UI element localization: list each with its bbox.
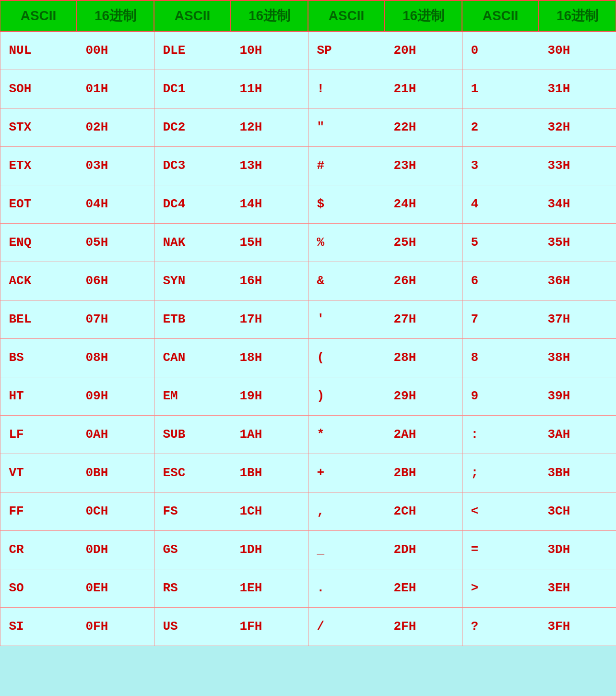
table-cell-r1-c1: 01H bbox=[77, 70, 154, 108]
table-cell-r3-c6: 3 bbox=[462, 146, 539, 185]
table-cell-r2-c5: 22H bbox=[385, 108, 462, 146]
table-cell-r2-c4: ″ bbox=[308, 108, 385, 146]
table-cell-r5-c3: 15H bbox=[231, 223, 308, 262]
table-cell-r8-c7: 38H bbox=[539, 338, 616, 377]
table-cell-r5-c1: 05H bbox=[77, 223, 154, 262]
table-cell-r9-c7: 39H bbox=[539, 377, 616, 415]
table-cell-r15-c4: / bbox=[308, 607, 385, 646]
column-header-6: ASCII bbox=[462, 0, 539, 31]
table-row: BS08HCAN18H(28H838H bbox=[0, 338, 616, 377]
table-cell-r15-c7: 3FH bbox=[539, 607, 616, 646]
table-cell-r0-c4: SP bbox=[308, 31, 385, 70]
table-row: NUL00HDLE10HSP20H030H bbox=[0, 31, 616, 70]
table-row: SOH01HDC111H!21H131H bbox=[0, 70, 616, 108]
table-cell-r0-c5: 20H bbox=[385, 31, 462, 70]
table-cell-r2-c2: DC2 bbox=[154, 108, 231, 146]
table-cell-r6-c5: 26H bbox=[385, 262, 462, 300]
table-cell-r9-c6: 9 bbox=[462, 377, 539, 415]
table-cell-r8-c6: 8 bbox=[462, 338, 539, 377]
table-cell-r8-c1: 08H bbox=[77, 338, 154, 377]
table-cell-r7-c0: BEL bbox=[0, 300, 77, 338]
table-cell-r14-c5: 2EH bbox=[385, 569, 462, 607]
table-cell-r5-c6: 5 bbox=[462, 223, 539, 262]
table-cell-r12-c1: 0CH bbox=[77, 492, 154, 530]
table-cell-r8-c3: 18H bbox=[231, 338, 308, 377]
table-cell-r13-c5: 2DH bbox=[385, 530, 462, 569]
header-row: ASCII16进制ASCII16进制ASCII16进制ASCII16进制 bbox=[0, 0, 616, 31]
table-cell-r1-c0: SOH bbox=[0, 70, 77, 108]
table-cell-r10-c1: 0AH bbox=[77, 415, 154, 454]
table-cell-r9-c2: EM bbox=[154, 377, 231, 415]
table-cell-r4-c3: 14H bbox=[231, 185, 308, 223]
table-cell-r13-c6: = bbox=[462, 530, 539, 569]
table-cell-r7-c6: 7 bbox=[462, 300, 539, 338]
table-cell-r13-c3: 1DH bbox=[231, 530, 308, 569]
column-header-3: 16进制 bbox=[231, 0, 308, 31]
table-cell-r4-c2: DC4 bbox=[154, 185, 231, 223]
table-cell-r5-c5: 25H bbox=[385, 223, 462, 262]
table-cell-r3-c2: DC3 bbox=[154, 146, 231, 185]
table-cell-r6-c7: 36H bbox=[539, 262, 616, 300]
table-cell-r1-c6: 1 bbox=[462, 70, 539, 108]
table-cell-r5-c0: ENQ bbox=[0, 223, 77, 262]
table-cell-r14-c6: > bbox=[462, 569, 539, 607]
table-cell-r14-c3: 1EH bbox=[231, 569, 308, 607]
table-cell-r15-c6: ? bbox=[462, 607, 539, 646]
table-cell-r2-c7: 32H bbox=[539, 108, 616, 146]
table-cell-r2-c6: 2 bbox=[462, 108, 539, 146]
table-cell-r14-c1: 0EH bbox=[77, 569, 154, 607]
table-cell-r4-c5: 24H bbox=[385, 185, 462, 223]
table-row: BEL07HETB17H'27H737H bbox=[0, 300, 616, 338]
table-cell-r0-c6: 0 bbox=[462, 31, 539, 70]
table-cell-r8-c0: BS bbox=[0, 338, 77, 377]
table-cell-r13-c4: _ bbox=[308, 530, 385, 569]
table-cell-r9-c4: ) bbox=[308, 377, 385, 415]
table-cell-r12-c5: 2CH bbox=[385, 492, 462, 530]
table-cell-r14-c0: SO bbox=[0, 569, 77, 607]
table-cell-r6-c2: SYN bbox=[154, 262, 231, 300]
table-cell-r12-c6: < bbox=[462, 492, 539, 530]
table-cell-r15-c0: SI bbox=[0, 607, 77, 646]
table-cell-r10-c2: SUB bbox=[154, 415, 231, 454]
table-cell-r3-c5: 23H bbox=[385, 146, 462, 185]
table-row: ACK06HSYN16H&26H636H bbox=[0, 262, 616, 300]
table-cell-r9-c1: 09H bbox=[77, 377, 154, 415]
table-cell-r13-c1: 0DH bbox=[77, 530, 154, 569]
table-cell-r9-c0: HT bbox=[0, 377, 77, 415]
table-cell-r11-c6: ; bbox=[462, 454, 539, 492]
table-row: SO0EHRS1EH.2EH>3EH bbox=[0, 569, 616, 607]
table-cell-r3-c4: # bbox=[308, 146, 385, 185]
table-row: CR0DHGS1DH_2DH=3DH bbox=[0, 530, 616, 569]
table-cell-r1-c4: ! bbox=[308, 70, 385, 108]
table-cell-r5-c4: % bbox=[308, 223, 385, 262]
ascii-table: ASCII16进制ASCII16进制ASCII16进制ASCII16进制 NUL… bbox=[0, 0, 616, 646]
table-cell-r1-c7: 31H bbox=[539, 70, 616, 108]
table-cell-r11-c2: ESC bbox=[154, 454, 231, 492]
table-cell-r10-c7: 3AH bbox=[539, 415, 616, 454]
table-cell-r5-c7: 35H bbox=[539, 223, 616, 262]
table-cell-r15-c2: US bbox=[154, 607, 231, 646]
table-cell-r14-c4: . bbox=[308, 569, 385, 607]
table-cell-r1-c3: 11H bbox=[231, 70, 308, 108]
column-header-5: 16进制 bbox=[385, 0, 462, 31]
column-header-0: ASCII bbox=[0, 0, 77, 31]
table-cell-r9-c3: 19H bbox=[231, 377, 308, 415]
table-cell-r11-c4: + bbox=[308, 454, 385, 492]
table-cell-r4-c0: EOT bbox=[0, 185, 77, 223]
column-header-7: 16进制 bbox=[539, 0, 616, 31]
table-cell-r14-c2: RS bbox=[154, 569, 231, 607]
table-cell-r1-c2: DC1 bbox=[154, 70, 231, 108]
table-cell-r13-c2: GS bbox=[154, 530, 231, 569]
table-cell-r8-c4: ( bbox=[308, 338, 385, 377]
table-cell-r4-c1: 04H bbox=[77, 185, 154, 223]
table-cell-r7-c7: 37H bbox=[539, 300, 616, 338]
table-cell-r0-c0: NUL bbox=[0, 31, 77, 70]
table-cell-r10-c4: * bbox=[308, 415, 385, 454]
table-cell-r6-c1: 06H bbox=[77, 262, 154, 300]
table-cell-r6-c4: & bbox=[308, 262, 385, 300]
table-cell-r13-c7: 3DH bbox=[539, 530, 616, 569]
table-row: EOT04HDC414H$24H434H bbox=[0, 185, 616, 223]
table-row: ENQ05HNAK15H%25H535H bbox=[0, 223, 616, 262]
table-row: LF0AHSUB1AH*2AH:3AH bbox=[0, 415, 616, 454]
table-cell-r2-c1: 02H bbox=[77, 108, 154, 146]
